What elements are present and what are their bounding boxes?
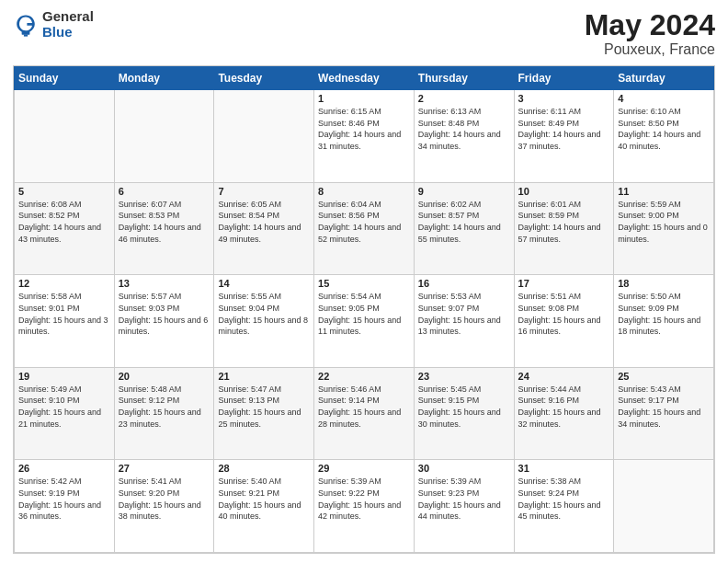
day-cell: 6Sunrise: 6:07 AM Sunset: 8:53 PM Daylig… [114,182,214,275]
day-info: Sunrise: 5:44 AM Sunset: 9:16 PM Dayligh… [518,384,610,430]
day-number: 31 [518,463,610,474]
week-row-0: 1Sunrise: 6:15 AM Sunset: 8:46 PM Daylig… [15,90,714,183]
day-cell: 16Sunrise: 5:53 AM Sunset: 9:07 PM Dayli… [414,275,514,368]
day-cell: 14Sunrise: 5:55 AM Sunset: 9:04 PM Dayli… [214,275,314,368]
day-number: 13 [119,278,210,289]
day-number: 4 [618,93,710,104]
week-row-1: 5Sunrise: 6:08 AM Sunset: 8:52 PM Daylig… [15,182,714,275]
header-tuesday: Tuesday [214,67,314,90]
day-number: 9 [418,186,510,197]
main-title: May 2024 [585,9,715,41]
day-number: 25 [618,371,710,382]
day-cell: 22Sunrise: 5:46 AM Sunset: 9:14 PM Dayli… [314,367,415,460]
day-cell: 4Sunrise: 6:10 AM Sunset: 8:50 PM Daylig… [614,90,714,183]
day-info: Sunrise: 5:48 AM Sunset: 9:12 PM Dayligh… [119,384,210,430]
day-cell: 5Sunrise: 6:08 AM Sunset: 8:52 PM Daylig… [15,182,115,275]
day-info: Sunrise: 5:40 AM Sunset: 9:21 PM Dayligh… [218,476,310,522]
svg-rect-0 [24,34,28,36]
day-cell: 7Sunrise: 6:05 AM Sunset: 8:54 PM Daylig… [214,182,314,275]
day-cell: 13Sunrise: 5:57 AM Sunset: 9:03 PM Dayli… [114,275,214,368]
day-info: Sunrise: 5:55 AM Sunset: 9:04 PM Dayligh… [218,291,310,337]
day-cell: 17Sunrise: 5:51 AM Sunset: 9:08 PM Dayli… [514,275,614,368]
day-number: 19 [18,371,110,382]
logo-blue: Blue [42,25,94,40]
day-number: 23 [418,371,510,382]
day-cell [114,90,214,183]
day-number: 21 [218,371,310,382]
day-cell: 18Sunrise: 5:50 AM Sunset: 9:09 PM Dayli… [614,275,714,368]
day-cell: 24Sunrise: 5:44 AM Sunset: 9:16 PM Dayli… [514,367,614,460]
day-number: 2 [418,93,510,104]
day-cell: 1Sunrise: 6:15 AM Sunset: 8:46 PM Daylig… [314,90,415,183]
week-row-4: 26Sunrise: 5:42 AM Sunset: 9:19 PM Dayli… [15,460,714,553]
day-info: Sunrise: 5:57 AM Sunset: 9:03 PM Dayligh… [119,291,210,337]
day-info: Sunrise: 5:46 AM Sunset: 9:14 PM Dayligh… [318,384,410,430]
day-number: 7 [218,186,310,197]
day-cell: 20Sunrise: 5:48 AM Sunset: 9:12 PM Dayli… [114,367,214,460]
calendar-table: Sunday Monday Tuesday Wednesday Thursday… [14,66,714,553]
header-wednesday: Wednesday [314,67,415,90]
day-number: 22 [318,371,410,382]
day-number: 6 [119,186,210,197]
day-cell: 26Sunrise: 5:42 AM Sunset: 9:19 PM Dayli… [15,460,115,553]
day-cell: 28Sunrise: 5:40 AM Sunset: 9:21 PM Dayli… [214,460,314,553]
day-info: Sunrise: 6:13 AM Sunset: 8:48 PM Dayligh… [418,106,510,152]
day-number: 24 [518,371,610,382]
day-info: Sunrise: 5:47 AM Sunset: 9:13 PM Dayligh… [218,384,310,430]
day-cell: 15Sunrise: 5:54 AM Sunset: 9:05 PM Dayli… [314,275,415,368]
day-number: 8 [318,186,410,197]
page: General Blue May 2024 Pouxeux, France Su… [0,0,728,563]
day-cell: 27Sunrise: 5:41 AM Sunset: 9:20 PM Dayli… [114,460,214,553]
calendar-header-row: Sunday Monday Tuesday Wednesday Thursday… [15,67,714,90]
day-number: 1 [318,93,410,104]
day-cell: 31Sunrise: 5:38 AM Sunset: 9:24 PM Dayli… [514,460,614,553]
header: General Blue May 2024 Pouxeux, France [13,9,715,58]
day-info: Sunrise: 5:51 AM Sunset: 9:08 PM Dayligh… [518,291,610,337]
day-number: 12 [18,278,110,289]
day-info: Sunrise: 6:04 AM Sunset: 8:56 PM Dayligh… [318,199,410,245]
logo-text: General Blue [42,9,94,40]
day-info: Sunrise: 5:39 AM Sunset: 9:22 PM Dayligh… [318,476,410,522]
day-number: 15 [318,278,410,289]
day-number: 10 [518,186,610,197]
day-cell: 10Sunrise: 6:01 AM Sunset: 8:59 PM Dayli… [514,182,614,275]
header-friday: Friday [514,67,614,90]
day-number: 11 [618,186,710,197]
week-row-3: 19Sunrise: 5:49 AM Sunset: 9:10 PM Dayli… [15,367,714,460]
day-info: Sunrise: 5:45 AM Sunset: 9:15 PM Dayligh… [418,384,510,430]
header-monday: Monday [114,67,214,90]
day-number: 28 [218,463,310,474]
day-info: Sunrise: 5:42 AM Sunset: 9:19 PM Dayligh… [18,476,110,522]
day-info: Sunrise: 5:39 AM Sunset: 9:23 PM Dayligh… [418,476,510,522]
day-cell: 19Sunrise: 5:49 AM Sunset: 9:10 PM Dayli… [15,367,115,460]
day-info: Sunrise: 6:05 AM Sunset: 8:54 PM Dayligh… [218,199,310,245]
day-cell: 23Sunrise: 5:45 AM Sunset: 9:15 PM Dayli… [414,367,514,460]
day-info: Sunrise: 6:07 AM Sunset: 8:53 PM Dayligh… [119,199,210,245]
day-number: 20 [119,371,210,382]
day-info: Sunrise: 5:54 AM Sunset: 9:05 PM Dayligh… [318,291,410,337]
day-info: Sunrise: 5:53 AM Sunset: 9:07 PM Dayligh… [418,291,510,337]
day-cell: 30Sunrise: 5:39 AM Sunset: 9:23 PM Dayli… [414,460,514,553]
day-info: Sunrise: 6:15 AM Sunset: 8:46 PM Dayligh… [318,106,410,152]
day-info: Sunrise: 6:11 AM Sunset: 8:49 PM Dayligh… [518,106,610,152]
day-number: 26 [18,463,110,474]
day-number: 5 [18,186,110,197]
day-info: Sunrise: 5:59 AM Sunset: 9:00 PM Dayligh… [618,199,710,245]
day-number: 18 [618,278,710,289]
title-block: May 2024 Pouxeux, France [585,9,715,58]
day-number: 16 [418,278,510,289]
day-number: 27 [119,463,210,474]
day-info: Sunrise: 5:43 AM Sunset: 9:17 PM Dayligh… [618,384,710,430]
day-cell: 29Sunrise: 5:39 AM Sunset: 9:22 PM Dayli… [314,460,415,553]
day-info: Sunrise: 5:49 AM Sunset: 9:10 PM Dayligh… [18,384,110,430]
header-sunday: Sunday [15,67,115,90]
day-number: 29 [318,463,410,474]
logo-icon [13,12,39,38]
day-cell [15,90,115,183]
header-thursday: Thursday [414,67,514,90]
day-info: Sunrise: 5:38 AM Sunset: 9:24 PM Dayligh… [518,476,610,522]
day-cell: 2Sunrise: 6:13 AM Sunset: 8:48 PM Daylig… [414,90,514,183]
day-cell [614,460,714,553]
day-number: 14 [218,278,310,289]
header-saturday: Saturday [614,67,714,90]
